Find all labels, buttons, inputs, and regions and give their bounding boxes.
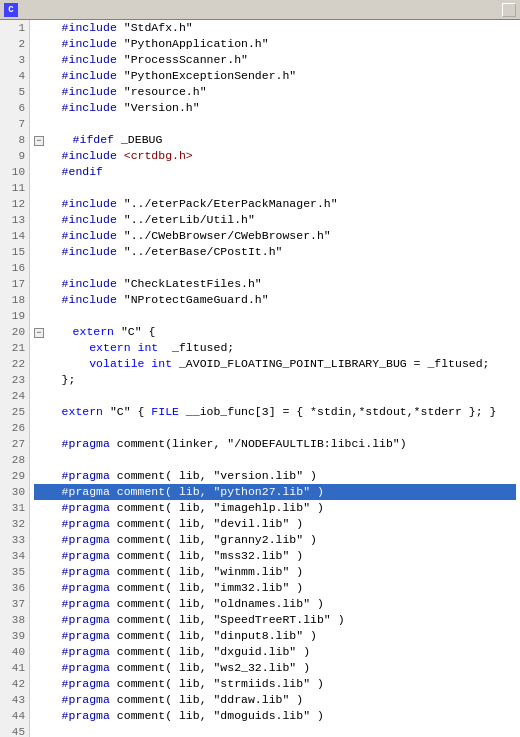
- line-number: 31: [4, 500, 25, 516]
- code-line[interactable]: #include "PythonApplication.h": [34, 36, 516, 52]
- line-number: 22: [4, 356, 25, 372]
- line-number: 35: [4, 564, 25, 580]
- code-line[interactable]: #include "PythonExceptionSender.h": [34, 68, 516, 84]
- line-number: 16: [4, 260, 25, 276]
- line-number: 34: [4, 548, 25, 564]
- line-number: 2: [4, 36, 25, 52]
- line-number: 17: [4, 276, 25, 292]
- line-number: 11: [4, 180, 25, 196]
- line-number: 1: [4, 20, 25, 36]
- line-number: 23: [4, 372, 25, 388]
- code-line[interactable]: #pragma comment( lib, "imm32.lib" ): [34, 580, 516, 596]
- code-line[interactable]: #include "CheckLatestFiles.h": [34, 276, 516, 292]
- line-number: 18: [4, 292, 25, 308]
- line-numbers: 1234567891011121314151617181920212223242…: [0, 20, 30, 737]
- code-container: 1234567891011121314151617181920212223242…: [0, 20, 520, 737]
- code-line[interactable]: #pragma comment( lib, "devil.lib" ): [34, 516, 516, 532]
- line-number: 44: [4, 708, 25, 724]
- line-number: 5: [4, 84, 25, 100]
- line-number: 30: [4, 484, 25, 500]
- code-line[interactable]: [34, 180, 516, 196]
- code-line[interactable]: [34, 420, 516, 436]
- line-number: 24: [4, 388, 25, 404]
- code-line[interactable]: #pragma comment( lib, "dmoguids.lib" ): [34, 708, 516, 724]
- line-number: 27: [4, 436, 25, 452]
- code-line[interactable]: };: [34, 372, 516, 388]
- code-line[interactable]: #include "NProtectGameGuard.h": [34, 292, 516, 308]
- line-number: 43: [4, 692, 25, 708]
- code-line[interactable]: [34, 724, 516, 737]
- line-number: 41: [4, 660, 25, 676]
- code-line[interactable]: extern "C" { FILE __iob_func[3] = { *std…: [34, 404, 516, 420]
- line-number: 45: [4, 724, 25, 737]
- line-number: 40: [4, 644, 25, 660]
- line-number: 8: [4, 132, 25, 148]
- code-line[interactable]: #pragma comment( lib, "imagehlp.lib" ): [34, 500, 516, 516]
- code-line[interactable]: #include "Version.h": [34, 100, 516, 116]
- code-line[interactable]: − extern "C" {: [34, 324, 516, 340]
- line-number: 19: [4, 308, 25, 324]
- code-line[interactable]: #include "StdAfx.h": [34, 20, 516, 36]
- code-line[interactable]: #pragma comment(linker, "/NODEFAULTLIB:l…: [34, 436, 516, 452]
- code-line[interactable]: #include "../eterBase/CPostIt.h": [34, 244, 516, 260]
- line-number: 4: [4, 68, 25, 84]
- code-line[interactable]: [34, 308, 516, 324]
- line-number: 15: [4, 244, 25, 260]
- code-line[interactable]: extern int _fltused;: [34, 340, 516, 356]
- line-number: 33: [4, 532, 25, 548]
- line-number: 26: [4, 420, 25, 436]
- code-line[interactable]: #pragma comment( lib, "strmiids.lib" ): [34, 676, 516, 692]
- line-number: 12: [4, 196, 25, 212]
- code-line[interactable]: [34, 452, 516, 468]
- line-number: 20: [4, 324, 25, 340]
- title-bar: C: [0, 0, 520, 20]
- line-number: 37: [4, 596, 25, 612]
- code-line[interactable]: #pragma comment( lib, "ws2_32.lib" ): [34, 660, 516, 676]
- line-number: 21: [4, 340, 25, 356]
- code-line[interactable]: #include "../eterPack/EterPackManager.h": [34, 196, 516, 212]
- line-number: 28: [4, 452, 25, 468]
- line-number: 36: [4, 580, 25, 596]
- line-number: 29: [4, 468, 25, 484]
- code-line[interactable]: volatile int _AVOID_FLOATING_POINT_LIBRA…: [34, 356, 516, 372]
- code-line[interactable]: #pragma comment( lib, "mss32.lib" ): [34, 548, 516, 564]
- code-line[interactable]: #include "resource.h": [34, 84, 516, 100]
- fold-icon[interactable]: −: [34, 328, 44, 338]
- line-number: 42: [4, 676, 25, 692]
- code-line[interactable]: − #ifdef _DEBUG: [34, 132, 516, 148]
- line-number: 7: [4, 116, 25, 132]
- code-line[interactable]: #endif: [34, 164, 516, 180]
- line-number: 39: [4, 628, 25, 644]
- code-line[interactable]: #pragma comment( lib, "python27.lib" ): [34, 484, 516, 500]
- close-button[interactable]: [502, 3, 516, 17]
- code-line[interactable]: #pragma comment( lib, "version.lib" ): [34, 468, 516, 484]
- line-number: 3: [4, 52, 25, 68]
- code-line[interactable]: #include "../CWebBrowser/CWebBrowser.h": [34, 228, 516, 244]
- code-line[interactable]: #pragma comment( lib, "dinput8.lib" ): [34, 628, 516, 644]
- line-number: 38: [4, 612, 25, 628]
- fold-icon[interactable]: −: [34, 136, 44, 146]
- code-line[interactable]: #include "../eterLib/Util.h": [34, 212, 516, 228]
- code-line[interactable]: #pragma comment( lib, "winmm.lib" ): [34, 564, 516, 580]
- code-line[interactable]: #pragma comment( lib, "SpeedTreeRT.lib" …: [34, 612, 516, 628]
- code-line[interactable]: #pragma comment( lib, "oldnames.lib" ): [34, 596, 516, 612]
- line-number: 10: [4, 164, 25, 180]
- code-line[interactable]: [34, 116, 516, 132]
- code-line[interactable]: #include "ProcessScanner.h": [34, 52, 516, 68]
- line-number: 13: [4, 212, 25, 228]
- line-number: 25: [4, 404, 25, 420]
- line-number: 32: [4, 516, 25, 532]
- line-number: 14: [4, 228, 25, 244]
- code-line[interactable]: [34, 388, 516, 404]
- code-line[interactable]: #pragma comment( lib, "dxguid.lib" ): [34, 644, 516, 660]
- code-line[interactable]: #pragma comment( lib, "ddraw.lib" ): [34, 692, 516, 708]
- line-number: 9: [4, 148, 25, 164]
- file-icon: C: [4, 3, 18, 17]
- code-line[interactable]: #pragma comment( lib, "granny2.lib" ): [34, 532, 516, 548]
- code-line[interactable]: #include <crtdbg.h>: [34, 148, 516, 164]
- code-line[interactable]: [34, 260, 516, 276]
- code-content[interactable]: #include "StdAfx.h" #include "PythonAppl…: [30, 20, 520, 737]
- line-number: 6: [4, 100, 25, 116]
